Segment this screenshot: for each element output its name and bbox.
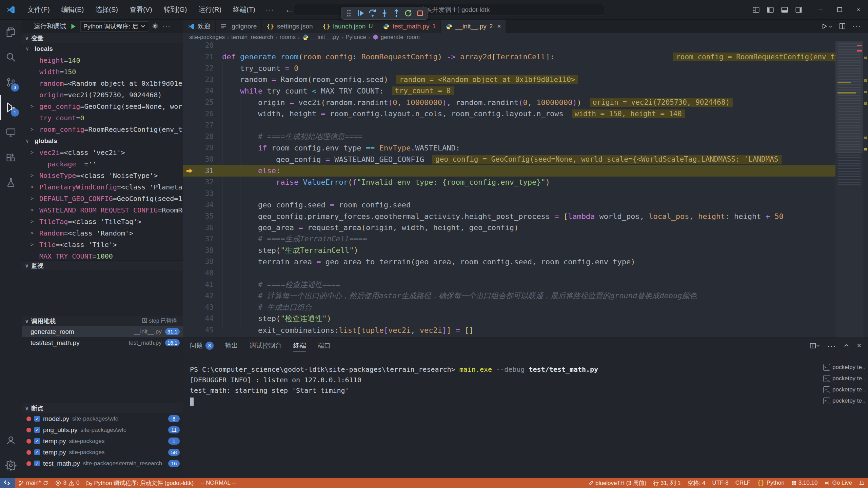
debug-step-into-icon[interactable] <box>380 8 390 18</box>
status-encoding[interactable]: UTF-8 <box>709 478 732 488</box>
status-problems[interactable]: 30 <box>52 478 83 488</box>
status-debug-config[interactable]: Python 调试程序: 启动文件 (godot-ldtk) <box>83 478 197 488</box>
status-go-live[interactable]: Go Live <box>821 478 855 488</box>
menu-t[interactable]: 终端(T) <box>227 0 261 20</box>
gear-icon[interactable] <box>152 23 159 30</box>
debug-step-over-icon[interactable] <box>368 8 378 18</box>
callstack-frame[interactable]: generate_room__init__.py31:1 <box>22 326 183 337</box>
variable-row[interactable]: >geo_config = GeoConfig(seed=None, world… <box>22 101 183 112</box>
variable-row[interactable]: >vec2i = <class 'vec2i'> <box>22 147 183 158</box>
callstack-section-header[interactable]: ∨调用堆栈 因 step 已暂停 <box>22 316 183 326</box>
activity-search-icon[interactable] <box>0 45 22 70</box>
panel-tab-终端[interactable]: 终端 <box>293 338 306 353</box>
panel-tab-问题[interactable]: 问题3 <box>190 338 214 353</box>
debug-config-dropdown[interactable]: Python 调试程序: 启 <box>80 21 148 32</box>
status-remote-indicator[interactable] <box>0 478 15 488</box>
status-cursor-position[interactable]: 行 31, 列 1 <box>650 478 684 488</box>
menu-g[interactable]: 转到(G) <box>158 0 193 20</box>
run-python-file-button[interactable] <box>821 23 832 29</box>
breakpoint-checkbox[interactable]: ✓ <box>34 438 40 444</box>
customize-layout-icon[interactable] <box>753 6 760 13</box>
menu-overflow[interactable]: ··· <box>261 6 279 14</box>
minimap[interactable] <box>835 41 863 338</box>
toggle-secondary-sidebar-icon[interactable] <box>795 6 802 13</box>
debug-step-out-icon[interactable] <box>391 8 401 18</box>
activity-run-debug-icon[interactable]: 1 <box>0 95 22 120</box>
variables-section-header[interactable]: ∨变量 <box>22 33 183 43</box>
tab-.gdignore[interactable]: .gdignore <box>216 20 262 33</box>
tab-__init__.py[interactable]: __init__.py2× <box>441 20 506 33</box>
terminal-instance[interactable]: >_pocketpy te… <box>823 362 866 373</box>
status-language-mode[interactable]: {}Python <box>754 478 788 488</box>
activity-extensions-icon[interactable] <box>0 145 22 170</box>
breakpoint-row[interactable]: ✓test_math.pysite-packages\terrain_resea… <box>22 458 183 468</box>
toggle-sidebar-icon[interactable] <box>767 6 774 13</box>
variable-row[interactable]: origin = vec2i(7205730, 9024468) <box>22 89 183 101</box>
status-git-blame[interactable]: blueloveTH (3 周前) <box>585 478 650 488</box>
status-git-branch[interactable]: main* <box>15 478 52 488</box>
watch-section-header[interactable]: ∨监视 <box>22 260 183 270</box>
activity-settings-icon[interactable] <box>0 453 22 478</box>
activity-accounts-icon[interactable] <box>0 428 22 453</box>
breakpoint-row[interactable]: ✓temp.pysite-packages1 <box>22 435 183 447</box>
menu-v[interactable]: 查看(V) <box>124 0 158 20</box>
status-python-version[interactable]: 3.10.10 <box>788 478 821 488</box>
window-minimize-button[interactable]: ─ <box>811 0 830 20</box>
activity-explorer-icon[interactable] <box>0 20 22 45</box>
debug-restart-icon[interactable] <box>403 8 413 18</box>
start-debug-button[interactable] <box>70 23 77 30</box>
panel-tab-调试控制台[interactable]: 调试控制台 <box>250 338 282 353</box>
split-editor-button[interactable] <box>839 23 846 29</box>
terminal-split-icon[interactable] <box>810 343 820 349</box>
breakpoint-checkbox[interactable]: ✓ <box>34 461 40 466</box>
window-maximize-button[interactable] <box>830 0 849 20</box>
status-eol[interactable]: CRLF <box>732 478 754 488</box>
breadcrumb-item[interactable]: site-packages <box>189 34 225 41</box>
variable-row[interactable]: >NoiseType = <class 'NoiseType'> <box>22 170 183 181</box>
activity-testing-icon[interactable] <box>0 170 22 195</box>
breakpoint-row[interactable]: ✓model.pysite-packages\wfc6 <box>22 413 183 424</box>
menu-s[interactable]: 选择(S) <box>90 0 124 20</box>
activity-source-control-icon[interactable]: 3 <box>0 70 22 95</box>
breakpoint-row[interactable]: ✓temp.pysite-packages58 <box>22 447 183 458</box>
debug-stop-icon[interactable] <box>415 8 425 18</box>
breakpoints-section-header[interactable]: ∨断点 <box>22 403 183 413</box>
breadcrumb-item[interactable]: __init__.py <box>311 34 339 41</box>
more-actions-icon[interactable]: ··· <box>162 22 171 30</box>
close-panel-icon[interactable]: × <box>857 341 861 350</box>
variable-row[interactable]: >PlanetaryWindConfig = <class 'Planeta <box>22 181 183 193</box>
maximize-panel-icon[interactable] <box>844 343 849 349</box>
variable-row[interactable]: height = 140 <box>22 55 183 66</box>
close-icon[interactable]: × <box>497 23 501 30</box>
menu-e[interactable]: 编辑(E) <box>56 0 90 20</box>
more-actions-icon[interactable]: ··· <box>852 22 861 30</box>
breadcrumb[interactable]: site-packages›terrain_research›rooms›__i… <box>183 33 868 41</box>
toggle-panel-icon[interactable] <box>781 6 788 13</box>
activity-remote-explorer-icon[interactable] <box>0 120 22 145</box>
variable-row[interactable]: >WASTELAND_ROOM_REQUEST_CONFIG = RoomReq… <box>22 204 183 216</box>
variable-row[interactable]: >Tile = <class 'Tile'> <box>22 239 183 250</box>
status-notifications[interactable] <box>855 478 868 488</box>
variable-scope-row[interactable]: ∨globals <box>22 135 183 147</box>
variable-row[interactable]: width = 150 <box>22 66 183 78</box>
breadcrumb-item[interactable]: Pylance <box>346 34 366 41</box>
variable-row[interactable]: >Random = <class 'Random'> <box>22 227 183 239</box>
variable-row[interactable]: __package__ = '' <box>22 158 183 170</box>
variable-row[interactable]: >room_config = RoomRequestConfig(env_typ… <box>22 124 183 135</box>
breakpoint-row[interactable]: ✓png_utils.pysite-packages\wfc11 <box>22 424 183 435</box>
breakpoint-checkbox[interactable]: ✓ <box>34 427 40 433</box>
breakpoint-checkbox[interactable]: ✓ <box>34 416 40 422</box>
debug-continue-icon[interactable] <box>356 8 366 18</box>
variable-scope-row[interactable]: ∨locals <box>22 43 183 55</box>
panel-tab-输出[interactable]: 输出 <box>225 338 238 353</box>
variable-row[interactable]: MAX_TRY_COUNT = 1000 <box>22 250 183 260</box>
callstack-frame[interactable]: test/test_math.pytest_math.py16:1 <box>22 337 183 348</box>
panel-tab-端口[interactable]: 端口 <box>318 338 331 353</box>
more-actions-icon[interactable]: ··· <box>827 342 836 350</box>
window-close-button[interactable]: × <box>849 0 868 20</box>
tab-settings.json[interactable]: {}settings.json <box>262 20 318 33</box>
status-indentation[interactable]: 空格: 4 <box>684 478 709 488</box>
variable-row[interactable]: >DEFAULT_GEO_CONFIG = GeoConfig(seed=1 <box>22 193 183 204</box>
breakpoint-checkbox[interactable]: ✓ <box>34 449 40 455</box>
code-editor[interactable]: 2021def generate_room(room_config: RoomR… <box>183 41 868 338</box>
